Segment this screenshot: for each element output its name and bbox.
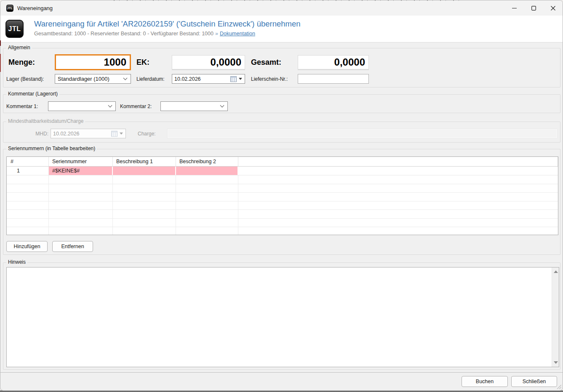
lieferschein-input[interactable] bbox=[298, 74, 369, 84]
dropdown-arrow-icon bbox=[120, 132, 123, 135]
app-icon: JTL bbox=[6, 5, 13, 12]
dialog-header: JTL Wareneingang für Artikel 'AR20260215… bbox=[0, 16, 563, 42]
close-button[interactable] bbox=[543, 0, 563, 16]
footer-separator bbox=[0, 372, 563, 373]
maximize-button[interactable] bbox=[524, 0, 543, 16]
group-mhd-charge-label: Mindesthaltbarkeitsdatum/Charge bbox=[6, 118, 85, 124]
column-header-seriennummer[interactable]: Seriennummer bbox=[49, 157, 113, 166]
close-icon bbox=[551, 6, 555, 11]
chevron-down-icon bbox=[108, 103, 112, 108]
table-row[interactable]: 1 #$KEINE$# bbox=[7, 167, 558, 175]
table-empty-row[interactable] bbox=[7, 184, 558, 193]
table-empty-row[interactable] bbox=[7, 219, 558, 228]
group-hinweis-label: Hinweis bbox=[6, 259, 27, 265]
stock-summary-text: Gesamtbestand: 1000 - Reservierter Besta… bbox=[34, 31, 213, 37]
background-artifact-red bbox=[0, 40, 1, 46]
kommentar1-label: Kommentar 1: bbox=[6, 101, 38, 111]
table-empty-row[interactable] bbox=[7, 193, 558, 201]
column-header-beschreibung1[interactable]: Beschreibung 1 bbox=[113, 157, 176, 166]
lieferdatum-picker[interactable]: 10.02.2026 bbox=[172, 74, 245, 84]
seriennummern-table[interactable]: # Seriennummer Beschreibung 1 Beschreibu… bbox=[6, 156, 558, 235]
lieferdatum-label: Lieferdatum: bbox=[136, 74, 165, 84]
group-hinweis: Hinweis bbox=[3, 262, 560, 370]
kommentar2-label: Kommentar 2: bbox=[120, 101, 152, 111]
group-seriennummern-label: Seriennummern (in Tabelle bearbeiten) bbox=[6, 146, 97, 151]
kommentar2-select[interactable] bbox=[160, 101, 228, 111]
entfernen-button[interactable]: Entfernen bbox=[52, 241, 93, 252]
stock-summary: Gesamtbestand: 1000 - Reservierter Besta… bbox=[34, 31, 255, 37]
window-title: Wareneingang bbox=[17, 5, 53, 11]
ek-label: EK: bbox=[136, 54, 149, 70]
group-mhd-charge: Mindesthaltbarkeitsdatum/Charge MHD: 10.… bbox=[3, 122, 560, 143]
minimize-icon bbox=[512, 6, 517, 11]
calendar-icon bbox=[111, 131, 117, 137]
group-kommentar-label: Kommentar (Lagerort) bbox=[6, 91, 59, 97]
table-empty-row[interactable] bbox=[7, 201, 558, 210]
group-seriennummern: Seriennummern (in Tabelle bearbeiten) # … bbox=[3, 149, 560, 255]
lieferdatum-value: 10.02.2026 bbox=[174, 76, 201, 82]
ek-input[interactable] bbox=[172, 55, 245, 69]
mhd-value: 10.02.2026 bbox=[53, 131, 80, 137]
buchen-button[interactable]: Buchen bbox=[462, 376, 508, 387]
group-allgemein-label: Allgemein bbox=[6, 45, 32, 50]
charge-label: Charge: bbox=[138, 129, 156, 138]
lager-selected-value: Standardlager (1000) bbox=[58, 76, 109, 82]
chevron-down-icon bbox=[123, 76, 128, 80]
lieferschein-label: Lieferschein-Nr.: bbox=[251, 74, 288, 84]
mhd-label: MHD: bbox=[6, 129, 48, 138]
schliessen-button[interactable]: Schließen bbox=[511, 376, 557, 387]
mhd-picker: 10.02.2026 bbox=[51, 129, 126, 138]
background-artifact-red bbox=[0, 54, 1, 72]
menge-label: Menge: bbox=[8, 54, 35, 70]
cell-beschreibung1[interactable] bbox=[113, 167, 176, 175]
subtitle-separator: » bbox=[215, 31, 218, 37]
hinzufuegen-button[interactable]: Hinzufügen bbox=[6, 241, 48, 252]
titlebar[interactable]: JTL Wareneingang bbox=[0, 0, 563, 16]
table-empty-row[interactable] bbox=[7, 175, 558, 184]
scroll-down-icon[interactable] bbox=[554, 361, 558, 364]
table-empty-row[interactable] bbox=[7, 227, 558, 235]
charge-input bbox=[167, 129, 558, 138]
scroll-up-icon[interactable] bbox=[554, 270, 558, 273]
gesamt-input[interactable] bbox=[298, 55, 369, 69]
cell-beschreibung2[interactable] bbox=[176, 167, 238, 175]
group-allgemein: Allgemein Menge: EK: Gesamt: Lager (Best… bbox=[3, 48, 560, 87]
cell-seriennummer[interactable]: #$KEINE$# bbox=[49, 167, 113, 175]
maximize-icon bbox=[531, 6, 536, 11]
lager-label: Lager (Bestand): bbox=[6, 74, 44, 84]
vertical-scrollbar[interactable] bbox=[552, 268, 559, 367]
minimize-button[interactable] bbox=[504, 0, 524, 16]
group-kommentar: Kommentar (Lagerort) Kommentar 1: Kommen… bbox=[3, 94, 560, 113]
wareneingang-dialog: JTL Wareneingang JTL Wareneingang für Ar… bbox=[0, 0, 563, 391]
cell-row-number[interactable]: 1 bbox=[7, 167, 49, 175]
page-title: Wareneingang für Artikel 'AR202602159' (… bbox=[34, 19, 301, 29]
dropdown-arrow-icon bbox=[239, 78, 242, 80]
calendar-icon bbox=[230, 76, 237, 82]
menge-input[interactable] bbox=[55, 54, 131, 70]
column-header-nr[interactable]: # bbox=[7, 157, 49, 166]
kommentar1-select[interactable] bbox=[48, 101, 116, 111]
documentation-link[interactable]: Dokumentation bbox=[220, 31, 255, 37]
jtl-logo: JTL bbox=[5, 20, 24, 38]
chevron-down-icon bbox=[220, 103, 224, 108]
table-empty-row[interactable] bbox=[7, 210, 558, 219]
lager-select[interactable]: Standardlager (1000) bbox=[55, 74, 131, 84]
column-header-beschreibung2[interactable]: Beschreibung 2 bbox=[176, 157, 238, 166]
hinweis-textarea[interactable] bbox=[6, 267, 559, 367]
gesamt-label: Gesamt: bbox=[251, 54, 281, 70]
resize-grip-icon[interactable] bbox=[556, 384, 561, 389]
table-header-row: # Seriennummer Beschreibung 1 Beschreibu… bbox=[7, 157, 558, 167]
